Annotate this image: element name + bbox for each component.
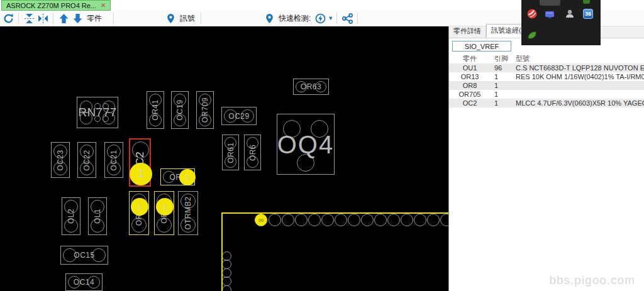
chip-pin[interactable]	[308, 214, 321, 226]
component-label: OC15	[74, 251, 94, 260]
chip-pin[interactable]	[414, 214, 426, 226]
collapse-vertical-button[interactable]	[22, 11, 36, 25]
collapse-horizontal-button[interactable]	[36, 11, 50, 25]
pcb-component-OC15[interactable]: OC15	[60, 246, 108, 265]
component-label: OQ4	[277, 130, 334, 158]
refresh-button[interactable]	[1, 11, 15, 25]
signal-hit-badge: 1	[130, 163, 152, 185]
pcb-component-OL2[interactable]: OL2	[62, 197, 80, 235]
component-label: OC23	[56, 150, 65, 170]
table-row[interactable]: OR7051	[449, 90, 644, 99]
tray-partial-icon	[583, 0, 590, 4]
header-model: 型號	[516, 54, 644, 63]
pcb-component-OC19[interactable]: OC19	[171, 91, 189, 129]
cell-part: OR705	[449, 91, 491, 98]
cell-part: OC2	[449, 99, 491, 107]
cell-model: RES 10K OHM 1/16W(0402)1% TA-I/RM04FTN1	[516, 73, 644, 80]
quick-check-pin-button[interactable]	[262, 11, 276, 25]
pcb-component-OR61[interactable]: OR61	[222, 135, 239, 170]
pcb-canvas[interactable]: OR63RN777OR41OC19OR709OC29OQ4OR61OR6OC23…	[0, 26, 448, 291]
chip-pin[interactable]	[222, 277, 231, 286]
chip-pin[interactable]	[374, 214, 387, 226]
chip-pin[interactable]	[321, 214, 334, 226]
quick-check-mode-button[interactable]	[313, 11, 327, 25]
pcb-component-OC23[interactable]: OC23	[51, 142, 70, 178]
toolbar-separator	[336, 13, 337, 24]
pcb-component-OTRMB2[interactable]: OTRMB2	[178, 191, 198, 235]
cell-part: OR13	[449, 73, 491, 80]
chip-pin[interactable]	[387, 214, 400, 226]
move-down-button[interactable]	[70, 11, 84, 25]
chip-pin[interactable]	[295, 214, 308, 226]
pcb-component-OC22[interactable]: OC22	[77, 142, 96, 178]
signal-name-button[interactable]: SIO_VREF	[452, 41, 511, 52]
chip-pin[interactable]	[348, 214, 360, 226]
pcb-component-OR709[interactable]: OR709	[196, 91, 214, 129]
chip-pin[interactable]	[401, 214, 413, 226]
signal-label[interactable]: 訊號	[180, 13, 195, 24]
chip-pin[interactable]	[222, 285, 231, 291]
tray-grip	[540, 0, 560, 6]
pcb-component-RN777[interactable]: RN777	[77, 97, 118, 128]
cell-pin: 1	[491, 99, 516, 107]
close-icon[interactable]: ✕	[101, 2, 106, 9]
locate-signal-button[interactable]	[164, 11, 177, 25]
move-up-button[interactable]	[57, 11, 70, 25]
table-row[interactable]: OU196C.S NCT6683D-T LQFP128 NUVOTON ESIO…	[449, 63, 644, 72]
pcb-component-OR705[interactable]: OR7051	[129, 191, 149, 235]
leaf-tray-icon[interactable]	[527, 30, 537, 40]
pcb-component-OR13[interactable]: OR131	[154, 191, 174, 235]
map-pin-icon	[264, 13, 275, 24]
pcb-component-OL1[interactable]: OL1	[88, 197, 107, 235]
table-row[interactable]: OR81	[449, 81, 644, 90]
pcb-component-OC21[interactable]: OC21	[104, 142, 123, 178]
cell-part: OR8	[449, 82, 491, 89]
document-tab[interactable]: ASROCK Z270M PRO4 Re... ✕	[1, 0, 111, 11]
pcb-component-OC2[interactable]: OC21	[129, 138, 151, 187]
tab-part-details[interactable]: 零件詳情	[449, 25, 486, 38]
display-tray-icon[interactable]	[545, 9, 555, 19]
pcb-component-OR41[interactable]: OR41	[147, 91, 164, 129]
chip-highlight-pin[interactable]: 96	[255, 214, 267, 226]
toolbar-separator	[357, 13, 358, 24]
chip-pin[interactable]	[361, 214, 374, 226]
chip-pin[interactable]	[269, 214, 281, 226]
pcb-component-OR8[interactable]: OR81	[160, 168, 195, 185]
component-label: OC22	[82, 150, 91, 170]
chip-pin[interactable]	[440, 214, 448, 226]
pcb-component-OC14[interactable]: OC14	[65, 273, 103, 291]
component-label: OL1	[93, 209, 102, 224]
pcb-component-OR6[interactable]: OR6	[244, 135, 261, 170]
watermark: bbs.pigoo.com	[549, 273, 635, 287]
component-label: OR709	[201, 97, 209, 123]
arrow-up-icon	[58, 13, 69, 24]
chip-pin[interactable]	[427, 214, 440, 226]
toolbar-separator	[113, 13, 114, 24]
chevron-down-icon[interactable]: ▼	[328, 15, 333, 21]
component-label: OTRMB2	[184, 196, 192, 229]
360-tray-icon[interactable]: 36	[583, 9, 593, 19]
refresh-icon	[3, 13, 14, 24]
chip-pin[interactable]	[335, 214, 347, 226]
share-network-icon	[342, 13, 353, 24]
component-label: OR61	[226, 142, 235, 163]
table-row[interactable]: OR131RES 10K OHM 1/16W(0402)1% TA-I/RM04…	[449, 72, 644, 81]
component-label: OR6	[248, 144, 257, 160]
parts-label[interactable]: 零件	[87, 13, 102, 24]
pcb-component-OC29[interactable]: OC29	[221, 107, 257, 125]
share-net-button[interactable]	[340, 11, 354, 25]
component-label: OL2	[67, 209, 75, 224]
chip-pin[interactable]	[282, 214, 294, 226]
user-tray-icon[interactable]	[565, 9, 575, 19]
right-panel: 零件詳情 訊號途經(5) 量測 SIO_VREF 零件 引脚 型號 OU196C…	[448, 26, 644, 291]
cell-model: MLCC 4.7UF/6.3V(0603)X5R 10% YAGEO/CC060	[516, 99, 644, 107]
collapse-vertical-icon	[24, 13, 35, 24]
table-row[interactable]: OC21MLCC 4.7UF/6.3V(0603)X5R 10% YAGEO/C…	[449, 99, 644, 107]
pcb-component-OQ4[interactable]: OQ4	[277, 114, 335, 175]
signal-hit-badge: 1	[156, 198, 174, 216]
chip-pin[interactable]	[222, 260, 231, 269]
document-tab-title: ASROCK Z270M PRO4 Re...	[6, 2, 96, 9]
antivirus-tray-icon[interactable]	[527, 9, 537, 19]
pcb-component-OR63[interactable]: OR63	[293, 79, 329, 95]
component-label: OC19	[175, 99, 184, 120]
